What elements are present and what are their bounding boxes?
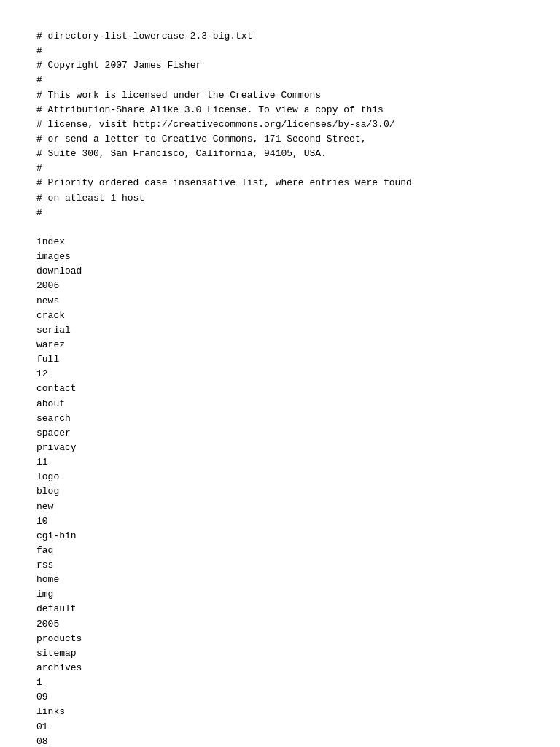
file-content: # directory-list-lowercase-2.3-big.txt #… bbox=[36, 29, 524, 747]
